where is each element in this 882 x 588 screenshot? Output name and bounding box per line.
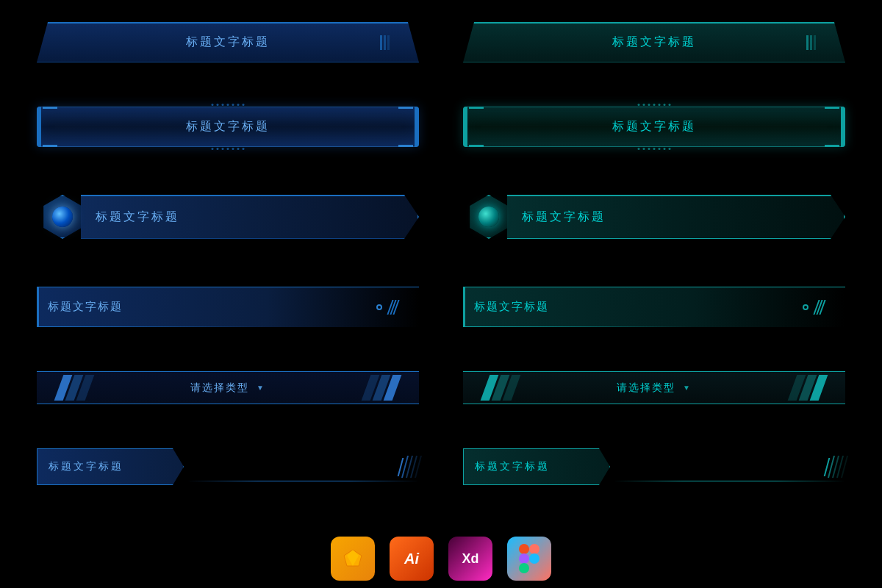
hex-orb-blue: [37, 191, 88, 243]
arrow-left-tab-blue: 标题文字标题: [37, 448, 184, 485]
slash-right-deco-teal: [803, 300, 823, 315]
banner-trap-teal: 标题文字标题: [463, 22, 845, 62]
pill-corner-tl: [43, 107, 57, 109]
svg-rect-4: [519, 553, 529, 564]
pill-left-accent: [37, 107, 41, 147]
slash-lines-blue: [390, 300, 397, 315]
dd-left-accent-blue: [59, 375, 90, 401]
banner-title-6: 标题文字标题: [522, 209, 606, 225]
slash-dot-blue: [376, 304, 382, 310]
dropdown-arrow-teal: ▼: [683, 384, 692, 392]
banner-title-5: 标题文字标题: [96, 209, 179, 225]
dd-right-accent-blue: [366, 375, 397, 401]
banner-hex-blue: 标题文字标题: [37, 191, 419, 243]
arrow-right-lines-teal: [826, 456, 845, 478]
dropdown-label-blue: 请选择类型: [190, 381, 249, 395]
pill-left-accent-teal: [463, 107, 467, 147]
banner-title-3: 标题文字标题: [186, 119, 270, 135]
pill-corner-bl-teal: [469, 145, 484, 147]
banner-slash-teal: 标题文字标题: [463, 287, 845, 327]
banner-arrow-teal: 标题文字标题: [463, 448, 845, 485]
dropdown-arrow-blue: ▼: [257, 384, 265, 392]
banner-slash-blue: 标题文字标题: [37, 287, 419, 327]
slash-bottom-line-blue: [37, 326, 419, 327]
svg-rect-2: [519, 544, 529, 554]
banner-pill-teal: 标题文字标题: [463, 107, 845, 147]
dd-line-top-teal: [463, 371, 845, 372]
pill-corner-tl-teal: [469, 107, 484, 109]
banner-arrow-blue: 标题文字标题: [37, 448, 419, 485]
dropdown-content-blue: 请选择类型 ▼: [190, 381, 265, 395]
banner-title-1: 标题文字标题: [186, 35, 270, 50]
banner-title-7: 标题文字标题: [37, 300, 123, 314]
arrow-right-lines-blue: [400, 456, 419, 478]
main-container: 标题文字标题 标题文字标题: [0, 0, 882, 529]
hex-orb-inner-teal: [478, 207, 499, 227]
arrow-right-section-teal: [614, 452, 845, 481]
svg-point-5: [529, 553, 539, 564]
arrow-right-line-teal: [614, 481, 845, 481]
xd-label: Xd: [462, 551, 478, 567]
pill-corner-bl: [43, 145, 57, 147]
trap-deco-right: [380, 35, 390, 50]
banner-hex-teal: 标题文字标题: [463, 191, 845, 243]
banner-title-2: 标题文字标题: [612, 35, 696, 50]
figma-icon[interactable]: [507, 537, 551, 581]
banner-trap-blue: 标题文字标题: [37, 22, 419, 62]
pill-corner-tr: [398, 107, 413, 109]
hex-orb-inner-blue: [52, 207, 73, 227]
ai-icon[interactable]: Ai: [390, 537, 434, 581]
slash-bottom-line-teal: [463, 326, 845, 327]
xd-icon[interactable]: Xd: [448, 537, 492, 581]
slash-right-deco-blue: [376, 300, 397, 315]
banner-title-4: 标题文字标题: [612, 119, 696, 135]
banner-pill-blue: 标题文字标题: [37, 107, 419, 147]
dd-line-top-blue: [37, 371, 419, 372]
dropdown-content-teal: 请选择类型 ▼: [617, 381, 692, 395]
trap-deco-right-teal: [806, 35, 816, 50]
slash-lines-teal: [816, 300, 823, 315]
svg-rect-3: [529, 544, 539, 554]
dd-line-bottom-blue: [37, 404, 419, 404]
icons-bar: Ai Xd: [0, 537, 882, 581]
arrow-right-line-blue: [187, 481, 419, 481]
slash-dot-teal: [803, 304, 808, 310]
pill-corner-br-teal: [825, 145, 839, 147]
pill-dots-bottom: [212, 148, 245, 150]
pill-right-accent: [415, 107, 419, 147]
dd-right-accent-teal: [792, 375, 823, 401]
banner-title-12: 标题文字标题: [475, 460, 550, 473]
svg-rect-6: [519, 563, 529, 573]
pill-right-accent-teal: [841, 107, 845, 147]
dd-line-bottom-teal: [463, 404, 845, 404]
pill-dots-top-teal: [638, 104, 671, 106]
hex-orb-teal: [463, 191, 514, 243]
hex-content-teal: 标题文字标题: [507, 195, 845, 239]
dropdown-label-teal: 请选择类型: [617, 381, 675, 395]
pill-dots-top: [212, 104, 245, 106]
ai-label: Ai: [404, 551, 419, 567]
pill-corner-tr-teal: [825, 107, 839, 109]
pill-dots-bottom-teal: [638, 148, 671, 150]
hex-content-blue: 标题文字标题: [81, 195, 419, 239]
banner-title-11: 标题文字标题: [49, 460, 123, 473]
banner-title-8: 标题文字标题: [463, 300, 549, 314]
pill-corner-br: [398, 145, 413, 147]
arrow-left-tab-teal: 标题文字标题: [463, 448, 610, 485]
banner-dropdown-teal[interactable]: 请选择类型 ▼: [463, 371, 845, 404]
sketch-icon[interactable]: [331, 537, 375, 581]
dd-left-accent-teal: [485, 375, 516, 401]
banner-dropdown-blue[interactable]: 请选择类型 ▼: [37, 371, 419, 404]
arrow-right-section-blue: [187, 452, 419, 481]
